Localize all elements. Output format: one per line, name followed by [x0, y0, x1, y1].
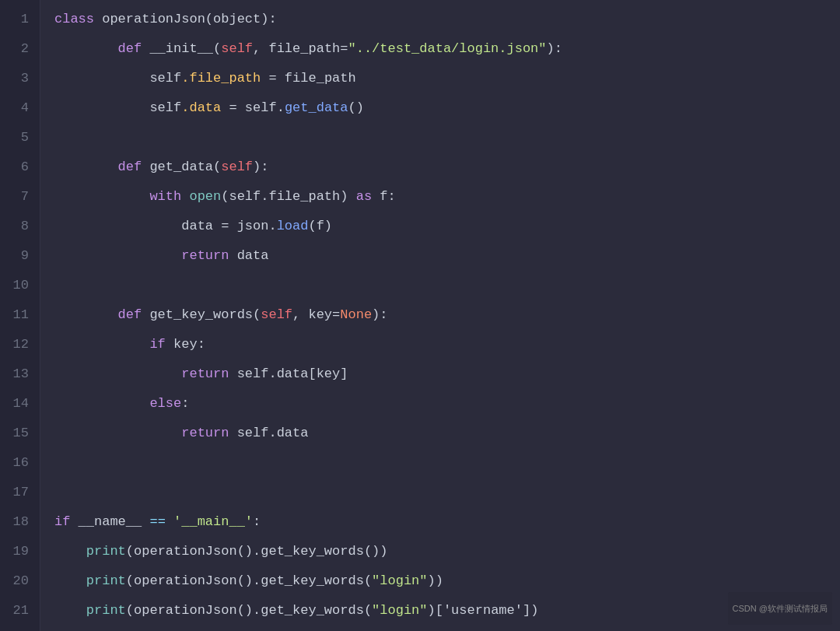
code-token: = file_path [261, 71, 355, 86]
code-line: def __init__(self, file_path="../test_da… [54, 34, 840, 64]
code-token: )['username']) [428, 603, 539, 618]
code-line: else: [54, 389, 840, 419]
code-token: f: [372, 189, 396, 204]
code-line: return self.data [54, 419, 840, 448]
code-token: self.data [229, 426, 308, 440]
code-token: (operationJson().get_key_words( [126, 603, 372, 618]
line-number: 13 [0, 359, 40, 389]
code-token: return [54, 248, 229, 263]
code-line: def get_key_words(self, key=None): [54, 300, 840, 330]
line-number: 10 [0, 271, 40, 300]
code-token: (f) [308, 219, 332, 233]
code-line: self.file_path = file_path [54, 64, 840, 93]
line-numbers: 123456789101112131415161718192021 [0, 0, 40, 631]
code-line: if key: [54, 330, 840, 359]
code-token: open [189, 189, 221, 204]
code-line: return self.data[key] [54, 359, 840, 389]
code-token: = self. [221, 100, 285, 115]
code-token: self [261, 307, 292, 322]
code-token: with [54, 189, 189, 204]
code-line [54, 271, 840, 300]
line-number: 17 [0, 478, 40, 507]
line-number: 2 [0, 34, 40, 64]
code-token: == [149, 514, 165, 529]
line-number: 12 [0, 330, 40, 359]
line-number: 14 [0, 389, 40, 419]
line-number: 19 [0, 537, 40, 566]
code-token: , key= [292, 307, 340, 322]
line-number: 18 [0, 507, 40, 537]
code-token: self.data[key] [229, 366, 348, 381]
line-number: 6 [0, 152, 40, 182]
code-token: (operationJson().get_key_words( [126, 573, 372, 588]
line-number: 3 [0, 64, 40, 93]
line-number: 16 [0, 448, 40, 478]
line-number: 5 [0, 123, 40, 152]
line-number: 9 [0, 241, 40, 271]
code-line: print(operationJson().get_key_words()) [54, 537, 840, 566]
line-number: 8 [0, 212, 40, 241]
watermark: CSDN @软件测试情报局 [728, 592, 832, 625]
code-token: self [221, 160, 253, 174]
code-token: def [54, 160, 142, 174]
code-token: def [54, 41, 142, 56]
code-token: operationJson(object): [94, 12, 277, 26]
code-line: data = json.load(f) [54, 212, 840, 241]
line-number: 4 [0, 93, 40, 123]
code-token: ): [372, 307, 387, 322]
code-token: print [86, 544, 126, 559]
code-token [166, 514, 173, 529]
code-token: (operationJson().get_key_words()) [126, 544, 388, 559]
code-token: get_data [285, 100, 348, 115]
code-line: return data [54, 241, 840, 271]
code-line: print(operationJson().get_key_words("log… [54, 566, 840, 596]
code-token: get_data( [142, 160, 221, 174]
code-token: if [54, 514, 70, 529]
code-token: data [229, 248, 268, 263]
code-token: "login" [372, 603, 427, 618]
code-token: ): [253, 160, 268, 174]
code-token: class [54, 12, 94, 26]
code-token: "login" [372, 573, 427, 588]
code-token: .file_path [181, 71, 261, 86]
code-token: def [54, 307, 142, 322]
code-token: print [86, 603, 126, 618]
code-token: self [54, 100, 181, 115]
code-token: get_key_words( [142, 307, 261, 322]
code-line [54, 123, 840, 152]
code-token: __name__ [70, 514, 149, 529]
code-token: data = json. [54, 219, 277, 233]
line-number: 20 [0, 566, 40, 596]
code-token: "../test_data/login.json" [348, 41, 546, 56]
code-container: 123456789101112131415161718192021 class … [0, 0, 840, 631]
code-area: class operationJson(object): def __init_… [40, 0, 840, 631]
code-line: def get_data(self): [54, 152, 840, 182]
code-token: '__main__' [173, 514, 253, 529]
code-line: print(operationJson().get_key_words("log… [54, 596, 840, 626]
code-token: print [86, 573, 126, 588]
code-token: self [54, 71, 181, 86]
line-number: 11 [0, 300, 40, 330]
line-number: 1 [0, 5, 40, 34]
code-token: return [54, 426, 229, 440]
code-token: )) [428, 573, 443, 588]
code-token [54, 544, 86, 559]
code-token: as [356, 189, 372, 204]
code-token: : [181, 396, 189, 411]
code-token [54, 603, 86, 618]
code-token: key: [166, 337, 205, 352]
code-line: with open(self.file_path) as f: [54, 182, 840, 212]
code-token: load [277, 219, 309, 233]
code-token: return [54, 366, 229, 381]
code-token: .data [181, 100, 221, 115]
code-token: if [54, 337, 166, 352]
code-token: : [253, 514, 261, 529]
code-line: if __name__ == '__main__': [54, 507, 840, 537]
code-token: else [54, 396, 181, 411]
code-line: class operationJson(object): [54, 5, 840, 34]
code-line: self.data = self.get_data() [54, 93, 840, 123]
code-token: () [348, 100, 364, 115]
code-token: (self.file_path) [221, 189, 355, 204]
code-token [54, 573, 86, 588]
code-token: self [221, 41, 253, 56]
